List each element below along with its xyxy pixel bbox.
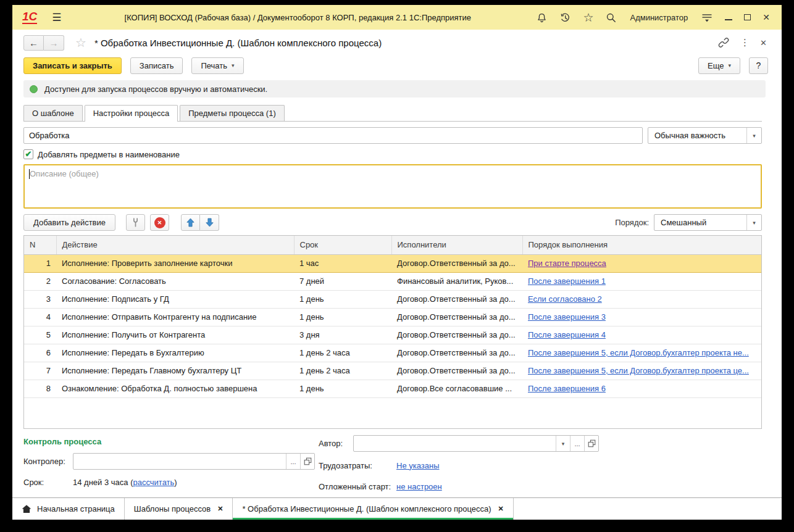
row-action: Ознакомление: Обработка Д. полностью зав… [56, 380, 294, 397]
close-form-icon[interactable]: ✕ [760, 38, 767, 48]
row-term: 1 день [294, 290, 391, 308]
current-user[interactable]: Администратор [630, 13, 688, 22]
process-control-title: Контроль процесса [23, 437, 315, 446]
order-select[interactable]: Смешанный ▾ [654, 214, 762, 231]
table-row[interactable]: 1Исполнение: Проверить заполнение карточ… [24, 254, 761, 272]
calculate-link[interactable]: рассчитать [133, 478, 174, 487]
open-icon [588, 439, 596, 447]
row-order: После завершения 6 [522, 380, 761, 397]
more-actions-icon[interactable]: ⋮ [740, 37, 750, 48]
back-button[interactable]: ← [23, 35, 44, 51]
open-button[interactable] [584, 436, 598, 451]
row-order-link[interactable]: После завершения 5, если Договор.бухгалт… [528, 348, 749, 357]
author-field[interactable]: ▾ ... [353, 435, 599, 452]
delayed-start-label: Отложенный старт: [319, 482, 396, 491]
favorites-star-icon[interactable]: ☆ [583, 12, 593, 23]
row-n: 5 [24, 326, 56, 344]
row-term: 1 день 2 часа [294, 344, 391, 362]
column-header-action[interactable]: Действие [56, 236, 294, 254]
notifications-bell-icon[interactable] [536, 12, 548, 23]
favorite-star-icon[interactable]: ☆ [75, 36, 86, 49]
service-settings-icon[interactable] [701, 12, 713, 23]
row-order-link[interactable]: После завершения 5, если Договор.бухгалт… [528, 366, 749, 375]
tab-process-settings[interactable]: Настройки процесса [85, 105, 178, 122]
row-order-link[interactable]: Если согласовано 2 [528, 294, 602, 304]
tab-process-templates[interactable]: Шаблоны процессов ✕ [125, 498, 233, 520]
row-term: 1 день [294, 308, 391, 326]
table-row[interactable]: 3Исполнение: Подписать у ГД1 деньДоговор… [24, 290, 761, 308]
caret-down-icon: ▾ [746, 215, 761, 230]
help-button[interactable]: ? [749, 57, 768, 74]
table-row[interactable]: 6Исполнение: Передать в Бухгалтерию1 ден… [24, 344, 761, 362]
more-button[interactable]: Еще▾ [698, 57, 740, 74]
table-row[interactable]: 5Исполнение: Получить от Контрагента3 дн… [24, 326, 761, 344]
description-placeholder: Описание (общее) [30, 169, 99, 178]
row-order-link[interactable]: После завершения 1 [528, 276, 606, 286]
column-header-performers[interactable]: Исполнители [391, 236, 522, 254]
save-button[interactable]: Записать [130, 57, 183, 74]
row-n: 3 [24, 290, 56, 308]
description-textarea[interactable]: Описание (общее) [23, 164, 762, 209]
row-performers: Договор.Ответственный за до... [391, 326, 522, 344]
close-tab-icon[interactable]: ✕ [217, 505, 223, 513]
actions-toolbar: Добавить действие ✕ Порядок: [23, 214, 762, 231]
row-n: 8 [24, 380, 56, 397]
delete-button[interactable]: ✕ [150, 214, 169, 231]
row-n: 7 [24, 362, 56, 380]
history-icon[interactable] [559, 12, 571, 23]
column-header-n[interactable]: N [24, 236, 56, 254]
add-action-button[interactable]: Добавить действие [23, 214, 115, 231]
window-close-button[interactable]: ✕ [763, 12, 770, 22]
importance-select[interactable]: Обычная важность ▾ [648, 127, 762, 144]
forward-button[interactable]: → [44, 35, 64, 51]
close-tab-icon[interactable]: ✕ [498, 505, 504, 513]
choose-button[interactable]: ... [570, 436, 584, 451]
search-icon[interactable] [605, 12, 617, 23]
table-row[interactable]: 8Ознакомление: Обработка Д. полностью за… [24, 380, 761, 397]
save-and-close-button[interactable]: Записать и закрыть [23, 57, 122, 74]
actions-table-body: 1Исполнение: Проверить заполнение карточ… [24, 254, 761, 397]
column-header-order[interactable]: Порядок выполнения [522, 236, 761, 254]
row-term: 1 день 2 часа [294, 362, 391, 380]
row-order: Если согласовано 2 [522, 290, 761, 308]
tab-about-template[interactable]: О шаблоне [23, 105, 83, 121]
row-term: 3 дня [294, 326, 391, 344]
row-term: 1 день [294, 380, 391, 397]
main-menu-button[interactable]: ☰ [52, 11, 61, 24]
row-order-link[interactable]: После завершения 4 [528, 330, 606, 339]
maximize-button[interactable] [744, 14, 751, 20]
tab-process-subjects[interactable]: Предметы процесса (1) [180, 105, 285, 121]
row-performers: Договор.Ответственный за до... [391, 344, 522, 362]
process-name-input[interactable] [23, 127, 643, 144]
table-row[interactable]: 7Исполнение: Передать Главному бухгалтер… [24, 362, 761, 380]
row-order-link[interactable]: После завершения 3 [528, 312, 606, 322]
add-subjects-label[interactable]: Добавлять предметы в наименование [38, 150, 180, 159]
delayed-start-link[interactable]: не настроен [396, 482, 442, 491]
caret-down-icon[interactable]: ▾ [556, 436, 570, 451]
controller-field[interactable]: ... [73, 453, 315, 470]
status-green-dot-icon [30, 85, 38, 93]
choose-button[interactable]: ... [286, 454, 300, 469]
caret-down-icon: ▾ [728, 63, 731, 69]
add-subjects-checkbox[interactable]: ✔ [23, 149, 33, 159]
get-link-icon[interactable] [717, 36, 730, 49]
move-up-button[interactable] [181, 214, 200, 231]
row-order-link[interactable]: После завершения 6 [528, 384, 606, 393]
column-header-term[interactable]: Срок [294, 236, 391, 254]
open-button[interactable] [300, 454, 314, 469]
move-down-button[interactable] [200, 214, 219, 231]
window-titlebar: 1С ☰ [КОПИЯ] ВОСХОД (Рабочая база) / Док… [12, 5, 782, 30]
print-button[interactable]: Печать▾ [191, 57, 243, 74]
row-performers: Договор.Ответственный за до... [391, 290, 522, 308]
row-order-link[interactable]: При старте процесса [528, 259, 606, 268]
table-row[interactable]: 2Согласование: Согласовать7 днейФинансов… [24, 272, 761, 290]
red-x-icon: ✕ [154, 217, 165, 228]
edit-wrench-button[interactable] [126, 214, 145, 231]
tab-current-document[interactable]: * Обработка Инвестиционные Д. (Шаблон ко… [233, 498, 513, 520]
effort-link[interactable]: Не указаны [396, 461, 440, 470]
table-row[interactable]: 4Исполнение: Отправить Контрагенту на по… [24, 308, 761, 326]
minimize-button[interactable] [725, 14, 732, 20]
arrow-up-icon [186, 218, 194, 227]
row-action: Согласование: Согласовать [56, 272, 294, 290]
tab-home-page[interactable]: Начальная страница [12, 498, 125, 520]
